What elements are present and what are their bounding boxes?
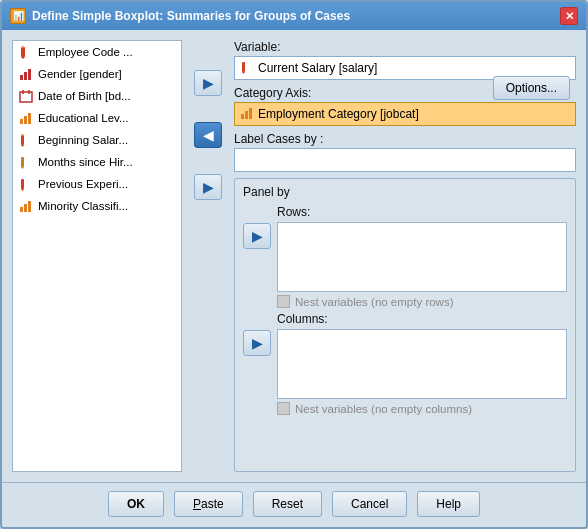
list-item[interactable]: Months since Hir... — [13, 151, 181, 173]
svg-rect-24 — [241, 114, 244, 119]
svg-rect-17 — [21, 179, 24, 189]
svg-rect-20 — [24, 204, 27, 212]
right-panel: Variable: Current Salary [salary] Catego… — [234, 40, 576, 472]
reset-button[interactable]: Reset — [253, 491, 322, 517]
list-item[interactable]: Minority Classifi... — [13, 195, 181, 217]
rows-label: Rows: — [277, 205, 567, 219]
scale-icon — [18, 176, 34, 192]
svg-marker-18 — [21, 189, 24, 191]
chart-icon — [18, 110, 34, 126]
svg-rect-26 — [249, 108, 252, 119]
scale-icon — [18, 154, 34, 170]
svg-marker-13 — [21, 145, 24, 147]
svg-marker-16 — [21, 167, 24, 169]
columns-section: ▶ Columns: Nest variables (no empty colu… — [243, 312, 567, 415]
close-button[interactable]: ✕ — [560, 7, 578, 25]
nest-rows-row: Nest variables (no empty rows) — [277, 295, 567, 308]
category-field-icon — [240, 106, 254, 123]
content-area: Options... Employee Code ... Gender [gen… — [2, 30, 586, 482]
category-input-display: Employment Category [jobcat] — [234, 102, 576, 126]
date-icon — [18, 88, 34, 104]
variable-field-value: Current Salary [salary] — [258, 61, 570, 75]
list-item[interactable]: Employee Code ... — [13, 41, 181, 63]
window-icon: 📊 — [10, 8, 26, 24]
variable-list: Employee Code ... Gender [gender] Date o… — [12, 40, 182, 472]
columns-textarea[interactable] — [277, 329, 567, 399]
svg-rect-4 — [24, 72, 27, 80]
chart-icon — [18, 198, 34, 214]
svg-rect-6 — [20, 92, 32, 102]
paste-button[interactable]: Paste — [174, 491, 243, 517]
chart-icon — [18, 66, 34, 82]
variable-group: Variable: Current Salary [salary] — [234, 40, 576, 80]
svg-rect-11 — [28, 113, 31, 124]
svg-rect-22 — [242, 62, 245, 72]
nest-rows-label: Nest variables (no empty rows) — [295, 296, 454, 308]
bottom-bar: OK Paste Reset Cancel Help — [2, 482, 586, 527]
svg-rect-9 — [20, 119, 23, 124]
label-cases-arrow-button[interactable]: ▶ — [194, 174, 222, 200]
panel-by-title: Panel by — [243, 185, 567, 199]
columns-col: Columns: Nest variables (no empty column… — [277, 312, 567, 415]
svg-rect-21 — [28, 201, 31, 212]
label-cases-input[interactable] — [234, 148, 576, 172]
svg-rect-19 — [20, 207, 23, 212]
cancel-button[interactable]: Cancel — [332, 491, 407, 517]
rows-section: ▶ Rows: Nest variables (no empty rows) — [243, 205, 567, 308]
list-item[interactable]: Previous Experi... — [13, 173, 181, 195]
title-bar: 📊 Define Simple Boxplot: Summaries for G… — [2, 2, 586, 30]
label-cases-group: Label Cases by : — [234, 132, 576, 172]
svg-rect-0 — [21, 47, 25, 57]
rows-arrow-button[interactable]: ▶ — [243, 223, 271, 249]
help-button[interactable]: Help — [417, 491, 480, 517]
svg-rect-15 — [21, 157, 24, 167]
variable-label: Variable: — [234, 40, 576, 54]
panel-by-group: Panel by ▶ Rows: Nest variables (no empt… — [234, 178, 576, 472]
paste-label: Paste — [193, 497, 224, 511]
rows-col: Rows: Nest variables (no empty rows) — [277, 205, 567, 308]
svg-marker-23 — [242, 72, 245, 74]
category-arrow-button[interactable]: ◀ — [194, 122, 222, 148]
pencil-icon — [18, 44, 34, 60]
category-field-value: Employment Category [jobcat] — [258, 107, 570, 121]
scale-icon — [18, 132, 34, 148]
arrows-column: ▶ ◀ ▶ — [190, 40, 226, 472]
svg-rect-14 — [22, 134, 24, 136]
svg-marker-1 — [21, 57, 25, 59]
svg-rect-3 — [20, 75, 23, 80]
variable-field-icon — [240, 60, 254, 77]
nest-rows-checkbox[interactable] — [277, 295, 290, 308]
label-cases-label: Label Cases by : — [234, 132, 576, 146]
svg-rect-10 — [24, 116, 27, 124]
nest-cols-checkbox[interactable] — [277, 402, 290, 415]
main-window: 📊 Define Simple Boxplot: Summaries for G… — [0, 0, 588, 529]
svg-rect-2 — [22, 46, 24, 48]
list-item[interactable]: Beginning Salar... — [13, 129, 181, 151]
window-title: Define Simple Boxplot: Summaries for Gro… — [32, 9, 350, 23]
list-item[interactable]: Date of Birth [bd... — [13, 85, 181, 107]
svg-rect-12 — [21, 135, 24, 145]
columns-arrow-button[interactable]: ▶ — [243, 330, 271, 356]
nest-cols-row: Nest variables (no empty columns) — [277, 402, 567, 415]
rows-textarea[interactable] — [277, 222, 567, 292]
variable-arrow-button[interactable]: ▶ — [194, 70, 222, 96]
svg-rect-25 — [245, 111, 248, 119]
ok-button[interactable]: OK — [108, 491, 164, 517]
list-item[interactable]: Gender [gender] — [13, 63, 181, 85]
list-item[interactable]: Educational Lev... — [13, 107, 181, 129]
columns-label: Columns: — [277, 312, 567, 326]
options-button[interactable]: Options... — [493, 76, 570, 100]
nest-cols-label: Nest variables (no empty columns) — [295, 403, 472, 415]
svg-rect-5 — [28, 69, 31, 80]
